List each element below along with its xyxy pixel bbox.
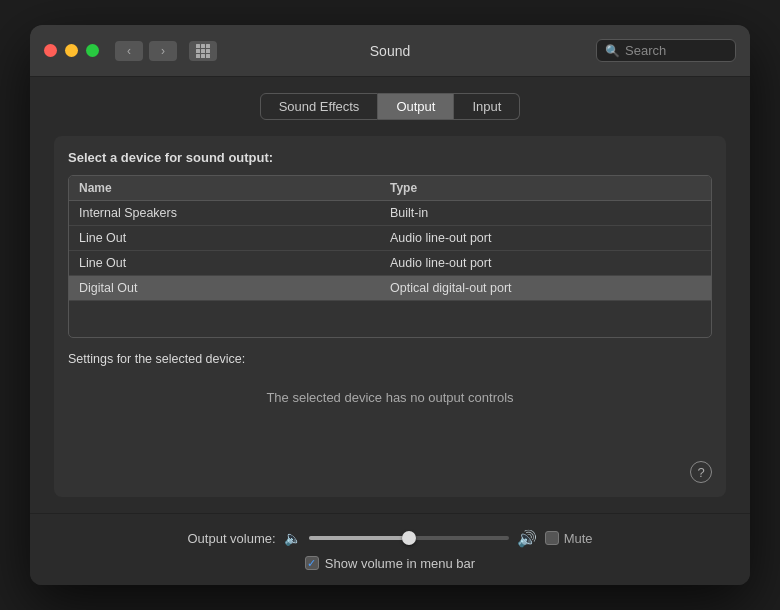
col-type-header: Type (390, 181, 701, 195)
volume-row: Output volume: 🔈 🔊 Mute (187, 529, 592, 548)
slider-thumb[interactable] (402, 531, 416, 545)
section-label: Select a device for sound output: (68, 150, 712, 165)
volume-label: Output volume: (187, 531, 275, 546)
traffic-lights (44, 44, 99, 57)
tab-output[interactable]: Output (378, 93, 454, 120)
volume-slider[interactable] (309, 536, 509, 540)
tab-sound-effects[interactable]: Sound Effects (260, 93, 379, 120)
row-name: Line Out (79, 256, 390, 270)
main-window: ‹ › Sound 🔍 Search Sound Effects Output … (30, 25, 750, 585)
tab-input[interactable]: Input (454, 93, 520, 120)
mute-checkbox[interactable] (545, 531, 559, 545)
no-controls-message: The selected device has no output contro… (68, 390, 712, 405)
tab-bar: Sound Effects Output Input (54, 93, 726, 120)
table-row[interactable]: Internal Speakers Built-in (69, 201, 711, 226)
table-row-empty (69, 301, 711, 337)
search-placeholder: Search (625, 43, 666, 58)
volume-high-icon: 🔊 (517, 529, 537, 548)
mute-checkbox-row: Mute (545, 531, 593, 546)
row-type: Audio line-out port (390, 231, 701, 245)
search-box[interactable]: 🔍 Search (596, 39, 736, 62)
table-header: Name Type (69, 176, 711, 201)
row-type: Audio line-out port (390, 256, 701, 270)
close-button[interactable] (44, 44, 57, 57)
volume-low-icon: 🔈 (284, 530, 301, 546)
settings-label: Settings for the selected device: (68, 352, 712, 366)
show-volume-row: ✓ Show volume in menu bar (305, 556, 475, 571)
table-row[interactable]: Line Out Audio line-out port (69, 226, 711, 251)
row-name: Internal Speakers (79, 206, 390, 220)
row-name: Line Out (79, 231, 390, 245)
search-icon: 🔍 (605, 44, 620, 58)
row-type: Built-in (390, 206, 701, 220)
back-button[interactable]: ‹ (115, 41, 143, 61)
bottom-bar: Output volume: 🔈 🔊 Mute ✓ Show volume in… (30, 513, 750, 585)
grid-icon (196, 44, 210, 58)
settings-section: Settings for the selected device: The se… (68, 352, 712, 483)
device-table: Name Type Internal Speakers Built-in Lin… (68, 175, 712, 338)
checkbox-check-icon: ✓ (307, 558, 316, 569)
col-name-header: Name (79, 181, 390, 195)
minimize-button[interactable] (65, 44, 78, 57)
row-type: Optical digital-out port (390, 281, 701, 295)
content-area: Sound Effects Output Input Select a devi… (30, 77, 750, 513)
forward-button[interactable]: › (149, 41, 177, 61)
window-title: Sound (370, 43, 410, 59)
mute-label: Mute (564, 531, 593, 546)
row-name: Digital Out (79, 281, 390, 295)
grid-view-button[interactable] (189, 41, 217, 61)
table-row-selected[interactable]: Digital Out Optical digital-out port (69, 276, 711, 301)
show-volume-checkbox[interactable]: ✓ (305, 556, 319, 570)
table-row[interactable]: Line Out Audio line-out port (69, 251, 711, 276)
nav-buttons: ‹ › (115, 41, 217, 61)
slider-fill (309, 536, 409, 540)
show-volume-label: Show volume in menu bar (325, 556, 475, 571)
help-button-row: ? (68, 461, 712, 483)
panel: Select a device for sound output: Name T… (54, 136, 726, 497)
help-button[interactable]: ? (690, 461, 712, 483)
maximize-button[interactable] (86, 44, 99, 57)
titlebar: ‹ › Sound 🔍 Search (30, 25, 750, 77)
